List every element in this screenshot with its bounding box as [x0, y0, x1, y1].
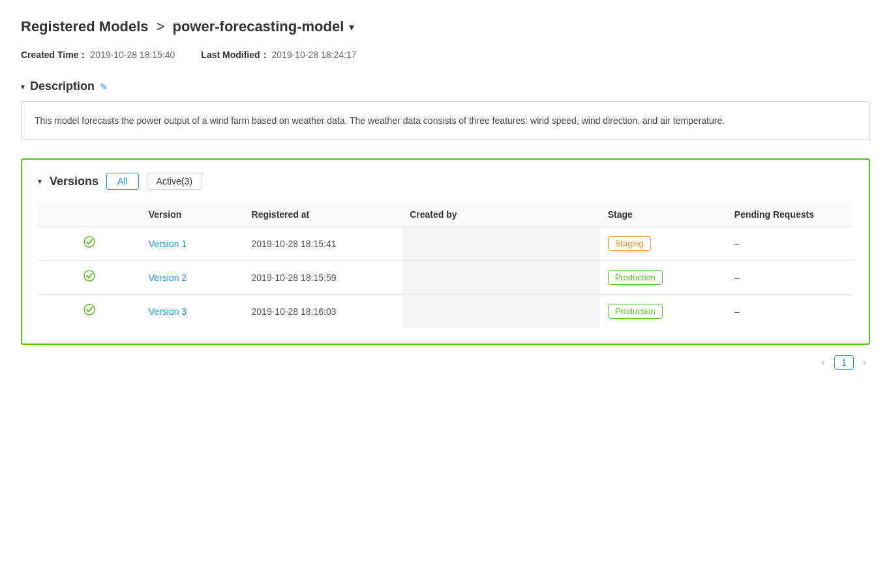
check-circle-icon — [83, 305, 95, 318]
created-label: Created Time： — [21, 50, 87, 60]
versions-container: ▾ Versions All Active(3) Version Registe… — [21, 158, 870, 345]
registered-at: 2019-10-28 18:15:59 — [244, 261, 402, 295]
pending-requests: – — [727, 295, 853, 329]
check-circle-icon — [83, 271, 95, 284]
pending-requests: – — [727, 261, 853, 295]
versions-collapse-icon[interactable]: ▾ — [38, 177, 42, 186]
version-link[interactable]: Version 3 — [141, 295, 244, 329]
table-row: Version 12019-10-28 18:15:41Staging– — [38, 227, 853, 261]
col-header-created: Created by — [402, 203, 599, 227]
version-link[interactable]: Version 2 — [141, 261, 244, 295]
stage-cell: Production — [600, 295, 727, 329]
table-row: Version 32019-10-28 18:16:03Production– — [38, 295, 853, 329]
versions-table: Version Registered at Created by Stage P… — [38, 203, 853, 328]
col-header-stage: Stage — [600, 203, 727, 227]
registered-at: 2019-10-28 18:16:03 — [244, 295, 402, 329]
stage-badge: Production — [608, 304, 663, 319]
row-check-icon — [38, 295, 141, 329]
col-header-registered: Registered at — [244, 203, 402, 227]
breadcrumb-registered[interactable]: Registered Models — [21, 18, 149, 35]
modified-label: Last Modified： — [201, 50, 269, 60]
breadcrumb-separator: > — [157, 18, 165, 35]
created-by — [402, 227, 599, 261]
created-by — [402, 261, 599, 295]
next-page-button[interactable]: › — [859, 355, 870, 370]
row-check-icon — [38, 261, 141, 295]
current-page[interactable]: 1 — [834, 355, 854, 370]
description-title: Description — [30, 80, 95, 93]
col-header-pending: Pending Requests — [727, 203, 853, 227]
description-edit-icon[interactable]: ✎ — [100, 81, 108, 92]
check-circle-icon — [83, 237, 95, 250]
created-value: 2019-10-28 18:15:40 — [90, 50, 175, 60]
col-header-check — [38, 203, 141, 227]
description-text: This model forecasts the power output of… — [21, 101, 870, 140]
created-time: Created Time： 2019-10-28 18:15:40 — [21, 50, 175, 61]
model-dropdown-icon[interactable]: ▾ — [349, 21, 354, 33]
prev-page-button[interactable]: ‹ — [818, 355, 829, 370]
description-section-header: ▾ Description ✎ — [21, 80, 870, 93]
table-header-row: Version Registered at Created by Stage P… — [38, 203, 853, 227]
stage-cell: Staging — [600, 227, 727, 261]
svg-point-2 — [84, 304, 95, 315]
pagination: ‹ 1 › — [21, 355, 870, 370]
row-check-icon — [38, 227, 141, 261]
description-collapse-icon[interactable]: ▾ — [21, 82, 25, 91]
stage-badge: Staging — [608, 236, 651, 251]
meta-row: Created Time： 2019-10-28 18:15:40 Last M… — [21, 50, 870, 61]
page-header: Registered Models > power-forecasting-mo… — [21, 18, 870, 35]
last-modified: Last Modified： 2019-10-28 18:24:17 — [201, 50, 356, 61]
table-row: Version 22019-10-28 18:15:59Production– — [38, 261, 853, 295]
pending-requests: – — [727, 227, 853, 261]
tab-active[interactable]: Active(3) — [147, 173, 202, 190]
modified-value: 2019-10-28 18:24:17 — [271, 50, 356, 60]
col-header-version: Version — [141, 203, 244, 227]
registered-at: 2019-10-28 18:15:41 — [244, 227, 402, 261]
stage-cell: Production — [600, 261, 727, 295]
created-by — [402, 295, 599, 329]
svg-point-0 — [84, 237, 95, 247]
tab-all[interactable]: All — [106, 173, 139, 190]
version-link[interactable]: Version 1 — [141, 227, 244, 261]
svg-point-1 — [84, 271, 95, 281]
versions-header: ▾ Versions All Active(3) — [38, 173, 853, 190]
stage-badge: Production — [608, 270, 663, 285]
versions-title: Versions — [50, 175, 98, 188]
breadcrumb-model: power-forecasting-model — [172, 18, 344, 35]
